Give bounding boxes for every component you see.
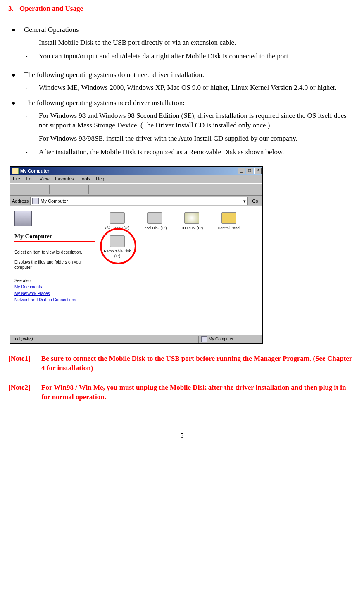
bullet-text: The following operating systems do not n… [24, 70, 356, 80]
toolbar-separator [128, 185, 128, 194]
note-label: [Note1] [8, 354, 41, 373]
drive-row: 3½ Floppy (A:) Local Disk (C:) CD-ROM (D… [103, 212, 258, 230]
minimize-button[interactable]: _ [238, 168, 245, 174]
right-panel: 3½ Floppy (A:) Local Disk (C:) CD-ROM (D… [99, 206, 262, 335]
dash-item: -Install Mobile Disk to the USB port dir… [8, 38, 356, 48]
menu-edit[interactable]: Edit [26, 176, 34, 182]
drive-label: CD-ROM (D:) [178, 225, 206, 230]
toolbar-separator [88, 185, 89, 194]
bullet-text: The following operating systems need dri… [24, 98, 356, 108]
address-label: Address [12, 198, 29, 204]
note1: [Note1] Be sure to connect the Mobile Di… [8, 354, 356, 373]
panel-title: My Computer [14, 232, 95, 242]
computer-small-icon [201, 336, 207, 342]
forward-button[interactable] [24, 185, 35, 194]
delete-button[interactable] [115, 185, 126, 194]
bullet-dot-icon: ● [8, 25, 24, 35]
section-heading: 3. Operation and Usage [8, 4, 356, 14]
bullet-dot-icon: ● [8, 70, 24, 80]
dropdown-icon[interactable]: ▾ [243, 198, 246, 204]
dash-icon: - [26, 111, 39, 130]
bullet-no-driver: ● The following operating systems do not… [8, 70, 356, 80]
titlebar: My Computer _ □ × [10, 167, 262, 175]
address-input[interactable]: My Computer ▾ [30, 197, 248, 205]
dash-text: For Windows 98/98SE, install the driver … [39, 134, 356, 144]
bullet-dot-icon: ● [8, 98, 24, 108]
link-my-documents[interactable]: My Documents [14, 284, 95, 290]
control-panel-icon [221, 212, 236, 224]
go-button[interactable]: Go [250, 198, 261, 204]
window-title: My Computer [20, 168, 237, 174]
hdd-icon [147, 212, 162, 224]
back-button[interactable] [12, 185, 23, 194]
toolbar [10, 183, 262, 196]
dash-item: -For Windows 98 and Windows 98 Second Ed… [8, 111, 356, 130]
dash-item: -After installation, the Mobile Disk is … [8, 148, 356, 157]
status-left: 5 object(s) [11, 336, 197, 343]
undo-button[interactable] [130, 185, 140, 194]
dash-item: -You can input/output and edit/delete da… [8, 52, 356, 61]
drive-row: Removable Disk (E:) [103, 235, 258, 259]
dash-icon: - [26, 83, 39, 93]
move-button[interactable] [90, 185, 101, 194]
floppy-icon [110, 212, 125, 224]
search-button[interactable] [51, 185, 62, 194]
dash-item: -For Windows 98/98SE, install the driver… [8, 134, 356, 144]
dash-icon: - [26, 134, 39, 144]
status-right: My Computer [198, 336, 262, 343]
history-button[interactable] [76, 185, 87, 194]
menu-file[interactable]: File [13, 176, 20, 182]
window: My Computer _ □ × File Edit View Favorit… [10, 166, 263, 344]
dash-icon: - [26, 52, 39, 61]
section-title: Operation and Usage [19, 5, 83, 12]
copy-button[interactable] [103, 185, 114, 194]
address-value: My Computer [40, 198, 68, 204]
close-button[interactable]: × [254, 168, 262, 174]
panel-desc1: Select an item to view its description. [14, 249, 95, 255]
computer-icon [32, 198, 39, 204]
dash-text: Install Mobile Disk to the USB port dire… [39, 38, 356, 48]
maximize-button[interactable]: □ [246, 168, 253, 174]
dash-icon: - [26, 38, 39, 48]
control-panel[interactable]: Control Panel [215, 212, 243, 230]
statusbar: 5 object(s) My Computer [10, 335, 262, 343]
folders-button[interactable] [64, 185, 74, 194]
see-also-label: See also: [14, 278, 95, 284]
window-body: My Computer Select an item to view its d… [10, 206, 262, 335]
note-label: [Note2] [8, 383, 41, 402]
page-icon [36, 211, 49, 226]
up-button[interactable] [37, 185, 48, 194]
menu-favorites[interactable]: Favorites [55, 176, 74, 182]
left-panel: My Computer Select an item to view its d… [10, 206, 99, 335]
note-text: Be sure to connect the Mobile Disk to th… [41, 354, 356, 373]
link-my-network-places[interactable]: My Network Places [14, 291, 95, 297]
dash-list: -Install Mobile Disk to the USB port dir… [8, 38, 356, 61]
note2: [Note2] For Win98 / Win Me, you must unp… [8, 383, 356, 402]
toolbar-separator [49, 185, 50, 194]
computer-large-icon [14, 211, 32, 226]
section-number: 3. [8, 5, 14, 12]
addressbar: Address My Computer ▾ Go [10, 196, 262, 206]
window-icon [12, 168, 19, 174]
page-number: 5 [8, 431, 356, 440]
local-disk[interactable]: Local Disk (C:) [140, 212, 169, 230]
bullet-general-operations: ● General Operations [8, 25, 356, 35]
menu-help[interactable]: Help [96, 176, 105, 182]
link-network-dialup[interactable]: Network and Dial-up Connections [14, 297, 95, 303]
note-text: For Win98 / Win Me, you must unplug the … [41, 383, 356, 402]
my-computer-screenshot: My Computer _ □ × File Edit View Favorit… [10, 166, 356, 344]
menu-view[interactable]: View [40, 176, 50, 182]
drive-label: Local Disk (C:) [140, 225, 169, 230]
cd-drive[interactable]: CD-ROM (D:) [178, 212, 206, 230]
status-right-text: My Computer [209, 336, 233, 342]
panel-desc2: Displays the files and folders on your c… [14, 259, 95, 271]
menu-tools[interactable]: Tools [80, 176, 90, 182]
dash-text: Windows ME, Windows 2000, Windows XP, Ma… [39, 83, 356, 93]
bullet-need-driver: ● The following operating systems need d… [8, 98, 356, 108]
views-button[interactable] [142, 185, 153, 194]
cd-icon [184, 212, 199, 224]
dash-text: You can input/output and edit/delete dat… [39, 52, 356, 61]
dash-item: -Windows ME, Windows 2000, Windows XP, M… [8, 83, 356, 93]
dash-list: -Windows ME, Windows 2000, Windows XP, M… [8, 83, 356, 93]
highlight-circle [100, 228, 136, 264]
